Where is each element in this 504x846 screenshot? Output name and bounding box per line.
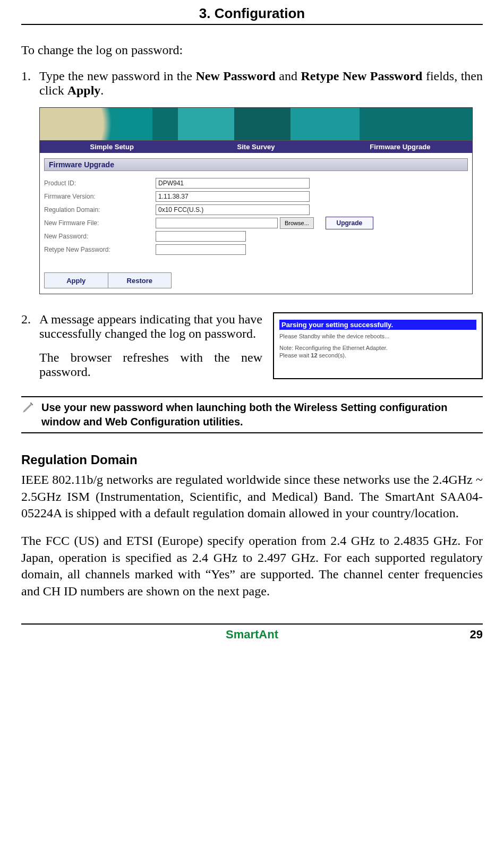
label-reg-domain: Regulation Domain: [44, 206, 156, 213]
step-2-p1: A message appears indicating that you ha… [39, 312, 262, 341]
retype-password-field[interactable] [156, 244, 246, 255]
firmware-upgrade-screenshot: Simple Setup Site Survey Firmware Upgrad… [39, 107, 473, 294]
status-message-title: Parsing your setting successfully. [279, 320, 476, 330]
bold-new-password: New Password [195, 69, 275, 83]
bold-retype-new-password: Retype New Password [301, 69, 423, 83]
note-block: Use your new password when launching bot… [21, 396, 483, 433]
bold-apply: Apply [67, 83, 101, 97]
note-text: Use your new password when launching bot… [41, 400, 483, 429]
tab-simple-setup[interactable]: Simple Setup [40, 143, 184, 151]
bottom-button-bar: Apply Restore [44, 272, 172, 288]
upgrade-button[interactable]: Upgrade [326, 217, 373, 229]
status-message-screenshot: Parsing your setting successfully. Pleas… [273, 312, 483, 379]
pen-icon [21, 400, 35, 429]
t: and [276, 69, 301, 83]
t: Please wait [279, 352, 311, 358]
new-password-field[interactable] [156, 231, 246, 242]
note-rule-bottom [21, 432, 483, 433]
label-new-fw-file: New Firmware File: [44, 219, 156, 227]
label-retype-password: Retype New Password: [44, 246, 156, 253]
countdown-seconds: 12 [311, 352, 317, 358]
step-1: 1. Type the new password in the New Pass… [21, 69, 483, 98]
banner-image [40, 108, 472, 141]
regulation-paragraph-1: IEEE 802.11b/g networks are regulated wo… [21, 472, 483, 522]
step-body: Type the new password in the New Passwor… [39, 69, 483, 98]
t: second(s). [318, 352, 346, 358]
regulation-domain-field[interactable] [156, 204, 310, 215]
restore-button[interactable]: Restore [108, 273, 172, 288]
t: Type the new password in the [39, 69, 195, 83]
product-id-field[interactable] [156, 178, 310, 189]
tab-site-survey[interactable]: Site Survey [184, 143, 328, 151]
regulation-paragraph-2: The FCC (US) and ETSI (Europe) specify o… [21, 533, 483, 600]
step-number: 1. [21, 69, 39, 98]
intro-text: To change the log on password: [21, 43, 483, 57]
status-line: Please Standby while the device reboots.… [279, 333, 476, 339]
section-header: Firmware Upgrade [44, 158, 468, 171]
regulation-domain-heading: Regulation Domain [21, 452, 483, 467]
tab-firmware-upgrade[interactable]: Firmware Upgrade [328, 143, 472, 151]
page-number: 29 [451, 628, 483, 642]
status-line: Note: Reconfiguring the Ethernet Adapter… [279, 345, 476, 351]
step-number: 2. [21, 312, 39, 379]
header-rule [21, 24, 483, 25]
label-fw-version: Firmware Version: [44, 193, 156, 200]
firmware-form: Product ID: Firmware Version: Regulation… [40, 174, 472, 259]
firmware-version-field[interactable] [156, 191, 310, 202]
new-firmware-file-field[interactable] [156, 218, 278, 228]
status-line: Please wait 12 second(s). [279, 352, 476, 358]
step-2-p2: The browser refreshes with the new passw… [39, 351, 262, 379]
page-footer: SmartAnt 29 [21, 625, 483, 642]
step-2-body: A message appears indicating that you ha… [39, 312, 262, 379]
label-new-password: New Password: [44, 233, 156, 240]
footer-brand: SmartAnt [53, 628, 451, 642]
label-product-id: Product ID: [44, 180, 156, 187]
tab-bar: Simple Setup Site Survey Firmware Upgrad… [40, 141, 472, 153]
t: . [100, 83, 104, 97]
apply-button[interactable]: Apply [45, 273, 108, 288]
chapter-title: 3. Configuration [21, 0, 483, 24]
browse-button[interactable]: Browse... [280, 217, 314, 229]
